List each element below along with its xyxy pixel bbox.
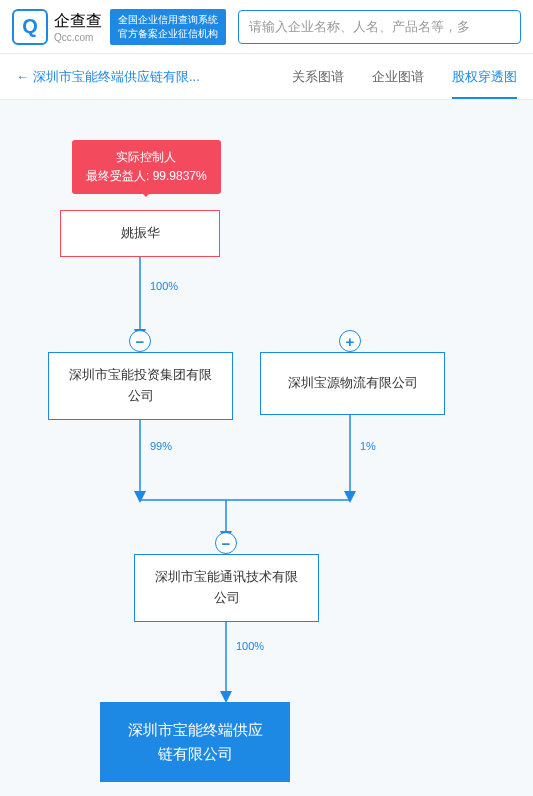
tab-relation[interactable]: 关系图谱: [292, 56, 344, 98]
back-arrow-icon: ←: [16, 69, 29, 84]
collapse-icon[interactable]: −: [129, 330, 151, 352]
expand-icon[interactable]: +: [339, 330, 361, 352]
tabs: 关系图谱 企业图谱 股权穿透图: [292, 56, 517, 98]
connector-lines: [0, 100, 533, 796]
search-input[interactable]: 请输入企业名称、人名、产品名等，多: [238, 10, 521, 44]
pct-4: 100%: [236, 640, 264, 652]
pct-3: 1%: [360, 440, 376, 452]
tab-enterprise[interactable]: 企业图谱: [372, 56, 424, 98]
node-person[interactable]: 姚振华: [60, 210, 220, 257]
controller-tag: 实际控制人 最终受益人: 99.9837%: [72, 140, 221, 194]
pct-2: 99%: [150, 440, 172, 452]
logo-icon: Q: [12, 9, 48, 45]
nav-bar: ← 深圳市宝能终端供应链有限... 关系图谱 企业图谱 股权穿透图: [0, 54, 533, 100]
pct-1: 100%: [150, 280, 178, 292]
tab-equity[interactable]: 股权穿透图: [452, 56, 517, 98]
logo-title: 企查查: [54, 11, 102, 32]
tagline: 全国企业信用查询系统 官方备案企业征信机构: [110, 9, 226, 45]
node-final-company[interactable]: 深圳市宝能终端供应链有限公司: [100, 702, 290, 782]
logo-subtitle: Qcc.com: [54, 32, 102, 43]
node-company3[interactable]: 深圳市宝能通讯技术有限公司: [134, 554, 319, 622]
node-company1[interactable]: 深圳市宝能投资集团有限公司: [48, 352, 233, 420]
collapse-icon[interactable]: −: [215, 532, 237, 554]
header: Q 企查查 Qcc.com 全国企业信用查询系统 官方备案企业征信机构 请输入企…: [0, 0, 533, 54]
logo[interactable]: Q 企查查 Qcc.com: [12, 9, 102, 45]
node-company2[interactable]: 深圳宝源物流有限公司: [260, 352, 445, 415]
equity-diagram: 实际控制人 最终受益人: 99.9837% 姚振华 100% − + 深圳市宝能…: [0, 100, 533, 796]
back-link[interactable]: ← 深圳市宝能终端供应链有限...: [16, 68, 292, 86]
